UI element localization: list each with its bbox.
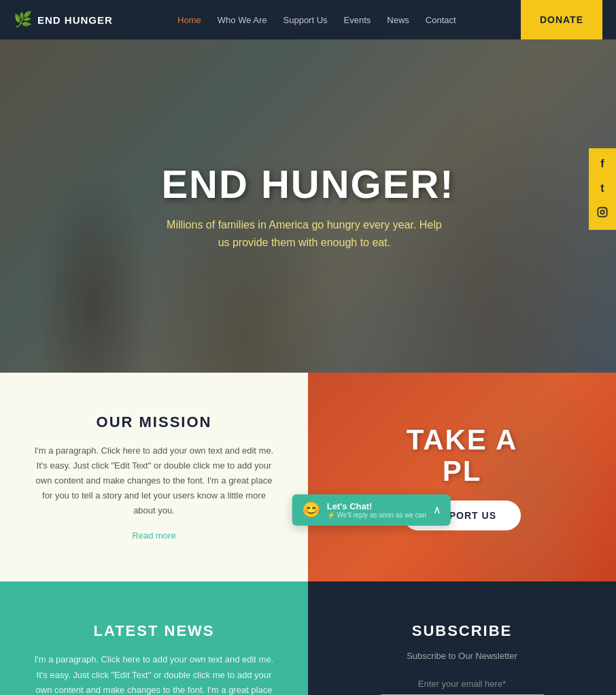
svg-rect-0 [598, 207, 606, 216]
chat-close-icon[interactable]: ∧ [433, 503, 441, 516]
page-wrapper: 🌿 END HUNGER Home Who We Are Support Us … [0, 0, 616, 695]
nav-who-we-are[interactable]: Who We Are [218, 15, 267, 25]
hero-content: END HUNGER! Millions of families in Amer… [161, 161, 454, 251]
chat-subtitle: ⚡ We'll reply as soon as we can [327, 511, 426, 519]
chat-emoji: 😊 [302, 501, 320, 519]
sections-grid: OUR MISSION I'm a paragraph. Click here … [0, 373, 616, 695]
facebook-icon[interactable]: f [600, 158, 604, 170]
subscribe-section: SUBSCRIBE Subscribe to Our Newsletter Jo… [308, 581, 616, 695]
action-title-line2: PL [403, 456, 521, 487]
action-title-line1: TAKE A [403, 424, 521, 456]
mission-text: I'm a paragraph. Click here to add your … [34, 443, 274, 518]
news-section: LATEST NEWS I'm a paragraph. Click here … [0, 581, 308, 695]
hero-subtitle: Millions of families in America go hungr… [161, 216, 447, 251]
nav-links: Home Who We Are Support Us Events News C… [177, 15, 456, 25]
brand-title: END HUNGER [37, 14, 113, 26]
logo-icon: 🌿 [14, 11, 32, 29]
hero-title: END HUNGER! [161, 161, 454, 207]
twitter-icon[interactable]: t [600, 182, 604, 194]
nav-events[interactable]: Events [344, 15, 371, 25]
action-section: TAKE A PL SUPPORT US [308, 373, 616, 581]
subscribe-subtitle: Subscribe to Our Newsletter [407, 651, 517, 661]
brand: 🌿 END HUNGER [14, 11, 113, 29]
chat-widget[interactable]: 😊 Let's Chat! ⚡ We'll reply as soon as w… [292, 494, 451, 526]
nav-news[interactable]: News [387, 15, 409, 25]
svg-point-2 [604, 209, 605, 210]
subscribe-title: SUBSCRIBE [412, 622, 513, 640]
mission-section: OUR MISSION I'm a paragraph. Click here … [0, 373, 308, 581]
mission-title: OUR MISSION [97, 413, 212, 431]
nav-home[interactable]: Home [177, 15, 201, 25]
hero-section: END HUNGER! Millions of families in Amer… [0, 39, 616, 373]
news-text: I'm a paragraph. Click here to add your … [34, 652, 274, 695]
email-input[interactable] [381, 673, 544, 695]
instagram-icon[interactable] [597, 207, 608, 220]
chat-text: Let's Chat! ⚡ We'll reply as soon as we … [327, 501, 426, 519]
social-sidebar: f t [589, 148, 616, 230]
svg-point-1 [600, 210, 604, 214]
navbar: 🌿 END HUNGER Home Who We Are Support Us … [0, 0, 616, 39]
mission-read-more[interactable]: Read more [132, 530, 175, 541]
news-title: LATEST NEWS [93, 622, 214, 640]
donate-button[interactable]: DONATE [521, 0, 602, 39]
chat-title: Let's Chat! [327, 501, 426, 511]
nav-support-us[interactable]: Support Us [284, 15, 328, 25]
action-title: TAKE A PL [403, 424, 521, 487]
nav-contact[interactable]: Contact [426, 15, 456, 25]
